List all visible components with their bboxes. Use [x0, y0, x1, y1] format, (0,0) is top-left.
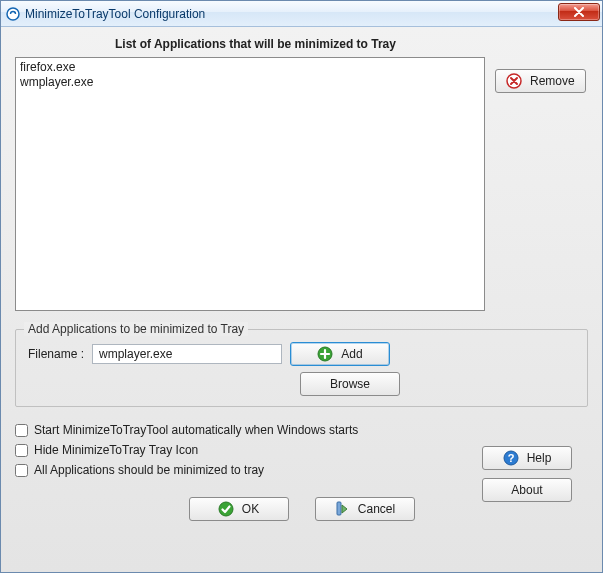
close-icon — [573, 7, 585, 17]
svg-text:?: ? — [507, 452, 514, 464]
hide-icon-label: Hide MinimizeToTray Tray Icon — [34, 443, 198, 457]
all-apps-label: All Applications should be minimized to … — [34, 463, 264, 477]
remove-button[interactable]: Remove — [495, 69, 586, 93]
config-window: MinimizeToTrayTool Configuration List of… — [0, 0, 603, 573]
browse-button[interactable]: Browse — [300, 372, 400, 396]
help-button[interactable]: ? Help — [482, 446, 572, 470]
browse-label: Browse — [330, 377, 370, 391]
browse-row: Browse — [28, 372, 575, 396]
help-label: Help — [527, 451, 552, 465]
autostart-input[interactable] — [15, 424, 28, 437]
help-icon: ? — [503, 450, 519, 466]
cancel-button[interactable]: Cancel — [315, 497, 415, 521]
svg-rect-6 — [337, 502, 341, 515]
add-icon — [317, 346, 333, 362]
list-item[interactable]: wmplayer.exe — [20, 75, 480, 90]
lower-area: Start MinimizeToTrayTool automatically w… — [15, 407, 588, 560]
side-buttons: Remove — [495, 57, 586, 93]
app-icon — [5, 6, 21, 22]
right-buttons: ? Help About — [482, 446, 572, 502]
ok-icon — [218, 501, 234, 517]
remove-icon — [506, 73, 522, 89]
autostart-label: Start MinimizeToTrayTool automatically w… — [34, 423, 358, 437]
filename-label: Filename : — [28, 347, 84, 361]
filename-row: Filename : Add — [28, 342, 575, 366]
svg-point-5 — [219, 502, 233, 516]
add-group-legend: Add Applications to be minimized to Tray — [24, 322, 248, 336]
top-row: firefox.exe wmplayer.exe Remove — [15, 57, 588, 311]
cancel-label: Cancel — [358, 502, 395, 516]
titlebar: MinimizeToTrayTool Configuration — [1, 1, 602, 27]
ok-label: OK — [242, 502, 259, 516]
ok-button[interactable]: OK — [189, 497, 289, 521]
list-header: List of Applications that will be minimi… — [15, 37, 588, 51]
remove-label: Remove — [530, 74, 575, 88]
hide-icon-input[interactable] — [15, 444, 28, 457]
all-apps-input[interactable] — [15, 464, 28, 477]
about-button[interactable]: About — [482, 478, 572, 502]
filename-input[interactable] — [92, 344, 282, 364]
add-label: Add — [341, 347, 362, 361]
cancel-icon — [334, 501, 350, 517]
svg-point-0 — [7, 8, 19, 20]
add-groupbox: Add Applications to be minimized to Tray… — [15, 329, 588, 407]
client-area: List of Applications that will be minimi… — [1, 27, 602, 572]
add-button[interactable]: Add — [290, 342, 390, 366]
about-label: About — [511, 483, 542, 497]
window-title: MinimizeToTrayTool Configuration — [25, 7, 205, 21]
applications-listbox[interactable]: firefox.exe wmplayer.exe — [15, 57, 485, 311]
list-item[interactable]: firefox.exe — [20, 60, 480, 75]
autostart-checkbox[interactable]: Start MinimizeToTrayTool automatically w… — [15, 423, 588, 437]
close-button[interactable] — [558, 3, 600, 21]
